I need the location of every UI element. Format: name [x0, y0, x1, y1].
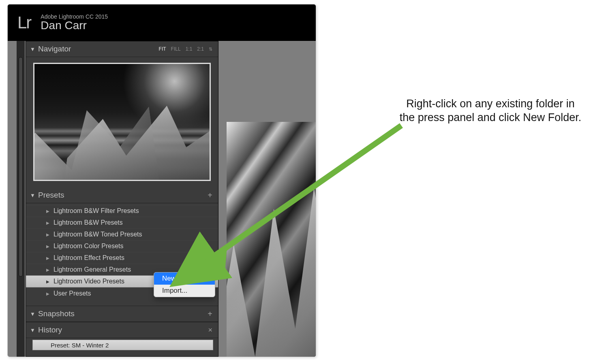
app-header: Lr Adobe Lightroom CC 2015 Dan Carr [8, 4, 316, 41]
preset-folder-label: Lightroom General Presets [54, 266, 131, 273]
navigator-zoom-controls[interactable]: FIT FILL 1:1 2:1 ⇅ [159, 46, 212, 52]
chevron-down-icon: ▼ [30, 46, 35, 52]
annotation-text: Right-click on any existing folder in th… [397, 97, 584, 125]
presets-label: Presets [38, 191, 64, 200]
chevron-right-icon: ▶ [46, 221, 49, 225]
preset-folder-label: Lightroom B&W Toned Presets [54, 231, 142, 238]
preset-folder[interactable]: ▶ Lightroom B&W Presets [26, 217, 218, 228]
preset-folder-label: Lightroom B&W Filter Presets [54, 207, 139, 215]
context-menu-item-label: Import... [162, 287, 187, 295]
zoom-fill[interactable]: FILL [171, 46, 181, 52]
navigator-preview[interactable] [33, 63, 211, 181]
clear-history-button[interactable]: × [208, 326, 212, 334]
screenshot-frame: Lr Adobe Lightroom CC 2015 Dan Carr ▼ Na… [7, 4, 316, 357]
preset-folder-label: Lightroom Color Presets [54, 243, 124, 250]
chevron-right-icon: ▶ [46, 244, 49, 249]
history-item-label: Preset: SM - Winter 2 [51, 342, 109, 349]
left-panel: ▼ Navigator FIT FILL 1:1 2:1 ⇅ ▼ Presets… [26, 41, 218, 357]
preset-folder[interactable]: ▶ Lightroom B&W Filter Presets [26, 205, 218, 217]
app-title-big: Dan Carr [41, 19, 108, 32]
navigator-label: Navigator [38, 45, 71, 53]
context-menu-item-label: New Folder [162, 275, 197, 283]
chevron-right-icon: ▶ [46, 232, 49, 237]
chevron-down-icon: ▼ [30, 311, 35, 317]
preset-folder[interactable]: ▶ Lightroom Color Presets [26, 240, 218, 252]
history-item[interactable]: Preset: SM - Winter 2 [32, 340, 213, 350]
zoom-stepper-icon[interactable]: ⇅ [209, 47, 212, 52]
chevron-right-icon: ▶ [46, 209, 49, 213]
chevron-right-icon: ▶ [46, 256, 49, 260]
left-rail-scrollbar[interactable] [19, 57, 23, 277]
snapshots-header[interactable]: ▼ Snapshots + [26, 306, 218, 322]
main-photo[interactable] [227, 122, 316, 357]
chevron-down-icon: ▼ [30, 192, 35, 198]
left-rail [17, 41, 25, 357]
snapshots-label: Snapshots [38, 309, 75, 318]
canvas-area[interactable] [218, 41, 316, 357]
app-title-block: Adobe Lightroom CC 2015 Dan Carr [41, 13, 108, 32]
preset-folder-label: Lightroom Effect Presets [54, 254, 124, 262]
context-menu: New Folder Import... [154, 272, 215, 297]
preset-folder-label: Lightroom Video Presets [54, 278, 124, 285]
chevron-down-icon: ▼ [30, 327, 35, 333]
zoom-1-1[interactable]: 1:1 [186, 46, 193, 52]
zoom-2-1[interactable]: 2:1 [197, 46, 204, 52]
preset-folder[interactable]: ▶ Lightroom B&W Toned Presets [26, 228, 218, 240]
context-menu-new-folder[interactable]: New Folder [154, 272, 215, 285]
presets-header[interactable]: ▼ Presets + [26, 187, 218, 203]
preset-folder[interactable]: ▶ Lightroom Effect Presets [26, 252, 218, 264]
navigator-header[interactable]: ▼ Navigator FIT FILL 1:1 2:1 ⇅ [26, 41, 218, 57]
chevron-right-icon: ▶ [46, 279, 49, 284]
chevron-right-icon: ▶ [46, 292, 49, 296]
zoom-fit[interactable]: FIT [159, 46, 166, 52]
add-preset-button[interactable]: + [208, 191, 212, 200]
app-logo: Lr [17, 13, 31, 32]
preset-folder-label: Lightroom B&W Presets [54, 219, 123, 226]
history-label: History [38, 326, 62, 334]
history-header[interactable]: ▼ History × [26, 322, 218, 338]
preset-folder-label: User Presets [54, 290, 91, 297]
add-snapshot-button[interactable]: + [208, 309, 212, 319]
chevron-right-icon: ▶ [46, 268, 49, 272]
context-menu-import[interactable]: Import... [154, 285, 215, 297]
